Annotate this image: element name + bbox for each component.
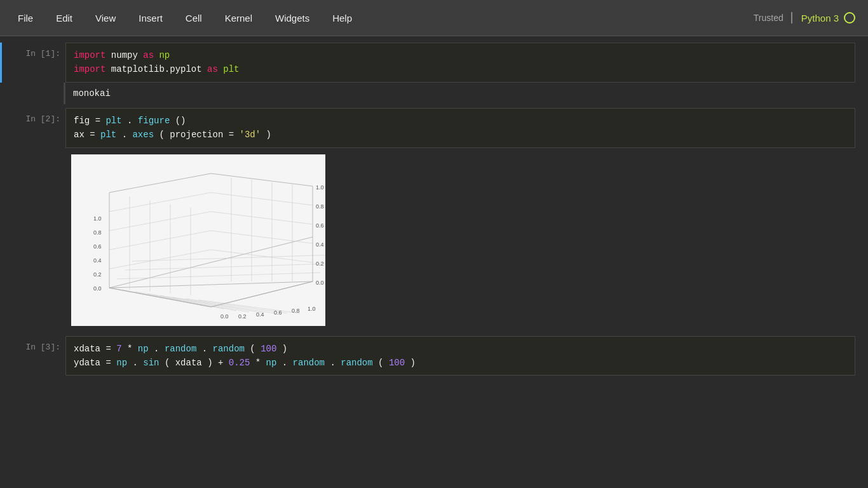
op-paren-7: ) + <box>207 358 229 368</box>
nm-fig: fig <box>74 116 90 126</box>
menu-widgets[interactable]: Widgets <box>264 8 321 29</box>
cell-3-line-1: xdata = 7 * np . random . random ( 100 ) <box>74 342 847 356</box>
op-mul-1: * <box>127 344 138 354</box>
menubar-right: Trusted Python 3 <box>754 12 855 24</box>
op-eq-5: = <box>105 358 116 368</box>
nm-projection: projection <box>170 130 223 140</box>
svg-text:0.0: 0.0 <box>220 313 229 320</box>
keyword-as-1: as <box>143 50 154 60</box>
op-paren-8: ( <box>378 358 383 368</box>
cell-3[interactable]: In [3]: xdata = 7 * np . random . random… <box>0 336 855 376</box>
plot-svg: 0.0 0.2 0.4 0.6 0.8 1.0 0.0 0.2 0.4 0.6 … <box>71 154 325 326</box>
op-dot-6: . <box>282 358 287 368</box>
fn-random-4: random <box>341 358 372 368</box>
op-eq-4: = <box>105 344 116 354</box>
svg-text:0.0: 0.0 <box>93 285 102 292</box>
keyword-import-1: import <box>74 50 105 60</box>
output-2-body: 0.0 0.2 0.4 0.6 0.8 1.0 0.0 0.2 0.4 0.6 … <box>64 148 855 332</box>
svg-text:0.0: 0.0 <box>316 280 324 286</box>
svg-text:0.4: 0.4 <box>93 257 102 264</box>
fn-axes: axes <box>132 130 154 140</box>
svg-text:1.0: 1.0 <box>316 184 324 191</box>
kernel-name: Python 3 <box>801 13 839 24</box>
output-1-body: monokai <box>64 83 855 104</box>
op-dot-4: . <box>202 344 207 354</box>
fn-random-1: random <box>165 344 196 354</box>
keyword-import-2: import <box>74 64 105 74</box>
menubar: File Edit View Insert Cell Kernel Widget… <box>0 0 868 36</box>
op-eq-2: = <box>90 130 100 140</box>
fn-np-2: np <box>116 358 127 368</box>
op-eq-3: = <box>229 130 240 140</box>
nm-xdata-2: xdata <box>175 358 202 368</box>
menu-kernel[interactable]: Kernel <box>214 8 264 29</box>
keyword-as-2: as <box>207 64 218 74</box>
op-dot-1: . <box>127 116 132 126</box>
svg-text:0.6: 0.6 <box>316 222 324 229</box>
svg-text:0.8: 0.8 <box>316 203 324 210</box>
op-eq-1: = <box>95 116 106 126</box>
kernel-indicator: Python 3 <box>791 12 855 24</box>
cell-2-line-1: fig = plt . figure () <box>74 114 847 128</box>
num-7: 7 <box>116 344 121 354</box>
svg-text:1.0: 1.0 <box>308 306 316 312</box>
menu-edit[interactable]: Edit <box>44 8 84 29</box>
fn-plt-2: plt <box>100 130 116 140</box>
cell-2[interactable]: In [2]: fig = plt . figure () ax = plt .… <box>0 108 855 148</box>
menu-insert[interactable]: Insert <box>127 8 174 29</box>
op-paren-5: ) <box>282 344 287 354</box>
op-mul-2: * <box>255 358 266 368</box>
menu-view[interactable]: View <box>84 8 127 29</box>
fn-random-3: random <box>293 358 325 368</box>
svg-text:0.6: 0.6 <box>274 309 282 316</box>
output-1-text: monokai <box>73 88 111 98</box>
op-paren-9: ) <box>410 358 416 368</box>
output-2-label <box>0 148 64 332</box>
menu-items: File Edit View Insert Cell Kernel Widget… <box>6 8 363 29</box>
nm-matplotlib: matplotlib.pyplot <box>111 64 207 74</box>
output-1-label <box>0 83 64 104</box>
mod-np: np <box>159 50 170 60</box>
op-paren-2: ( <box>159 130 164 140</box>
op-paren-4: ( <box>250 344 255 354</box>
svg-text:0.8: 0.8 <box>93 229 102 236</box>
num-025: 0.25 <box>229 358 250 368</box>
menu-file[interactable]: File <box>6 8 44 29</box>
svg-text:1.0: 1.0 <box>93 215 102 222</box>
op-dot-5: . <box>132 358 137 368</box>
notebook: In [1]: import numpy as np import matplo… <box>0 36 868 488</box>
cell-1[interactable]: In [1]: import numpy as np import matplo… <box>0 43 855 83</box>
cell-1-line-2: import matplotlib.pyplot as plt <box>74 62 847 76</box>
svg-text:0.6: 0.6 <box>93 243 102 250</box>
nm-ax: ax <box>74 130 85 140</box>
op-dot-3: . <box>154 344 159 354</box>
cell-1-content[interactable]: import numpy as np import matplotlib.pyp… <box>65 43 855 83</box>
menu-help[interactable]: Help <box>321 8 363 29</box>
cell-2-content[interactable]: fig = plt . figure () ax = plt . axes ( … <box>65 108 855 148</box>
cell-3-content[interactable]: xdata = 7 * np . random . random ( 100 )… <box>65 336 855 376</box>
svg-text:0.2: 0.2 <box>238 313 247 320</box>
svg-text:0.2: 0.2 <box>93 271 102 278</box>
cell-1-line-1: import numpy as np <box>74 48 847 62</box>
3d-plot: 0.0 0.2 0.4 0.6 0.8 1.0 0.0 0.2 0.4 0.6 … <box>71 154 325 326</box>
nm-ydata: ydata <box>74 358 100 368</box>
mod-plt: plt <box>223 64 239 74</box>
output-1-row: monokai <box>0 83 855 104</box>
svg-text:0.8: 0.8 <box>292 308 300 314</box>
op-paren-3: ) <box>266 130 271 140</box>
cell-2-label: In [2]: <box>2 108 65 148</box>
fn-sin: sin <box>143 358 159 368</box>
fn-plt-1: plt <box>105 116 121 126</box>
fn-np-1: np <box>138 344 149 354</box>
num-100-2: 100 <box>389 358 405 368</box>
op-paren-6: ( <box>165 358 170 368</box>
fn-random-2: random <box>213 344 245 354</box>
menu-cell[interactable]: Cell <box>174 8 214 29</box>
svg-text:0.4: 0.4 <box>256 311 264 318</box>
svg-text:0.4: 0.4 <box>316 241 324 248</box>
num-100-1: 100 <box>261 344 276 354</box>
trusted-label: Trusted <box>754 13 783 23</box>
cell-3-line-2: ydata = np . sin ( xdata ) + 0.25 * np .… <box>74 356 847 370</box>
nm-numpy: numpy <box>111 50 143 60</box>
cell-3-label: In [3]: <box>2 336 65 376</box>
